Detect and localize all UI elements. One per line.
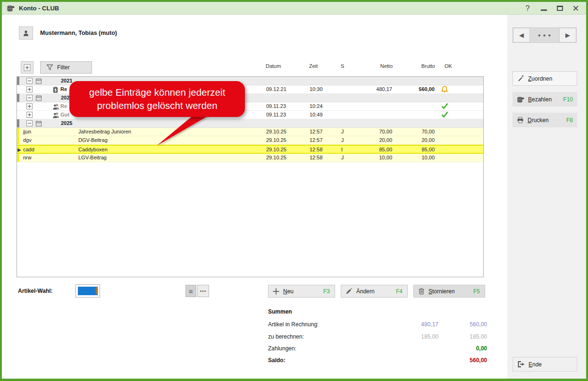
bezahlen-button[interactable]: Bezahlen F10 bbox=[512, 92, 577, 107]
item-code: cadd bbox=[23, 147, 34, 152]
expand-button[interactable] bbox=[26, 103, 33, 109]
next-record-button[interactable]: ▶ bbox=[559, 28, 576, 42]
collapse-button[interactable] bbox=[26, 120, 33, 126]
summen-label: zu berechnen: bbox=[268, 333, 304, 340]
cell-brutto: 85,00 bbox=[421, 147, 435, 152]
table-row[interactable]: jjunJahresbeitrag Junioren29.10.2512:57J… bbox=[17, 128, 483, 136]
stornieren-fkey: F5 bbox=[473, 288, 480, 295]
cell-netto: 85,00 bbox=[379, 147, 392, 152]
cell-datum: 29.10.25 bbox=[266, 147, 286, 152]
close-button[interactable]: ✕ bbox=[569, 3, 582, 14]
neu-button[interactable]: Neu F3 bbox=[268, 285, 335, 298]
summen-row: Saldo: 560,00 bbox=[268, 357, 485, 364]
col-header-datum[interactable]: Datum bbox=[266, 63, 281, 69]
annotation-bubble: gelbe Einträge können jederzeit probleml… bbox=[69, 81, 245, 117]
summen-row: Artikel in Rechnung: 480,17 560,00 bbox=[268, 321, 485, 329]
aendern-fkey: F4 bbox=[396, 288, 403, 295]
stornieren-button[interactable]: Stornieren F5 bbox=[413, 285, 485, 298]
close-icon: ✕ bbox=[572, 3, 579, 14]
bell-icon bbox=[441, 85, 448, 94]
artikel-wahl-label: Artikel-Wahl: bbox=[18, 288, 53, 294]
cell-s: J bbox=[341, 137, 344, 143]
year-group-bar bbox=[17, 77, 19, 85]
summen-value-netto: 480,17 bbox=[421, 321, 438, 328]
coins-icon bbox=[7, 5, 15, 12]
right-panel: ◀ ● ● ● ▶ Zuordnen Bezahlen F10 bbox=[507, 15, 586, 379]
summen-row: Zahlungen: 0,00 bbox=[268, 345, 485, 353]
table-row[interactable]: ▶caddCaddyboxen29.10.2512:58I85,0085,00 bbox=[17, 145, 483, 154]
zuordnen-button[interactable]: Zuordnen bbox=[512, 71, 577, 86]
text-selection bbox=[78, 287, 98, 295]
annotation-bubble-tail bbox=[153, 116, 212, 148]
summen-value-brutto: 560,00 bbox=[470, 357, 487, 364]
col-header-ok[interactable]: OK bbox=[445, 63, 452, 69]
list-icon: ≡ bbox=[189, 287, 193, 295]
cell-netto: 480,17 bbox=[376, 86, 392, 92]
summen-row: zu berechnen: 185,00 185,00 bbox=[268, 333, 485, 341]
yellow-row-strip bbox=[17, 136, 19, 144]
entry-label: Re bbox=[60, 86, 67, 92]
window-title: Konto - CLUB bbox=[19, 5, 59, 12]
table-row[interactable]: dgvDGV-Beitrag29.10.2512:57J20,0020,00 bbox=[17, 136, 483, 145]
cell-zeit: 12:58 bbox=[310, 155, 323, 160]
entry-label: Gut bbox=[60, 112, 69, 117]
list-view-button[interactable]: ≡ bbox=[185, 285, 196, 297]
member-button[interactable] bbox=[19, 26, 33, 40]
cell-s: I bbox=[341, 147, 343, 152]
more-options-button[interactable]: ••• bbox=[197, 285, 209, 297]
artikel-wahl-input[interactable] bbox=[76, 284, 100, 298]
help-icon: ? bbox=[526, 4, 530, 13]
cell-s: J bbox=[341, 129, 344, 134]
expand-button[interactable] bbox=[26, 86, 33, 92]
year-group-bar bbox=[17, 119, 19, 127]
pencil-icon bbox=[345, 288, 353, 295]
collapse-button[interactable] bbox=[26, 95, 33, 101]
maximize-button[interactable] bbox=[553, 3, 566, 14]
ende-button[interactable]: Ende bbox=[512, 357, 577, 372]
neu-fkey: F3 bbox=[323, 288, 330, 295]
item-name: DGV-Beitrag bbox=[78, 137, 108, 143]
cell-zeit: 12:58 bbox=[310, 147, 323, 152]
svg-text:$: $ bbox=[54, 88, 57, 92]
expand-button[interactable] bbox=[26, 112, 33, 118]
table-row[interactable]: 2025 bbox=[17, 119, 483, 128]
summen-title: Summen bbox=[268, 308, 292, 315]
item-name: Jahresbeitrag Junioren bbox=[78, 129, 131, 134]
col-header-netto[interactable]: Netto bbox=[380, 63, 393, 69]
summen-value-brutto: 0,00 bbox=[476, 345, 487, 352]
minimize-icon bbox=[541, 9, 547, 11]
calendar-icon bbox=[35, 120, 42, 128]
arrow-right-icon: ▶ bbox=[565, 32, 570, 39]
ende-label: Ende bbox=[529, 361, 542, 368]
cell-datum: 29.10.25 bbox=[266, 129, 286, 134]
col-header-brutto[interactable]: Brutto bbox=[421, 63, 435, 69]
cell-netto: 20,00 bbox=[379, 137, 392, 143]
summen-label: Artikel in Rechnung: bbox=[268, 321, 319, 328]
bezahlen-fkey: F10 bbox=[563, 96, 573, 103]
cell-zeit: 10:24 bbox=[310, 103, 323, 109]
drucken-button[interactable]: Drucken F8 bbox=[512, 113, 577, 127]
coins-icon bbox=[517, 96, 524, 103]
aendern-button[interactable]: Ändern F4 bbox=[341, 285, 408, 298]
cell-datum: 29.10.25 bbox=[266, 155, 286, 160]
cell-datum: 09.11.23 bbox=[266, 112, 286, 117]
minimize-button[interactable] bbox=[537, 3, 550, 14]
check-icon bbox=[441, 111, 449, 119]
help-button[interactable]: ? bbox=[521, 3, 534, 14]
pager-ellipsis[interactable]: ● ● ● bbox=[530, 28, 559, 42]
drucken-fkey: F8 bbox=[566, 117, 573, 124]
collapse-button[interactable] bbox=[26, 78, 33, 84]
table-row[interactable]: nrwLGV-Beitrag29.10.2512:58J10,0010,00 bbox=[17, 154, 483, 162]
record-pager: ◀ ● ● ● ▶ bbox=[512, 27, 577, 43]
aendern-label: Ändern bbox=[356, 288, 375, 295]
cell-brutto: 560,00 bbox=[419, 86, 435, 92]
cell-brutto: 10,00 bbox=[421, 155, 435, 160]
col-header-zeit[interactable]: Zeit bbox=[309, 63, 318, 69]
prev-record-button[interactable]: ◀ bbox=[513, 28, 530, 42]
col-header-s[interactable]: S bbox=[341, 63, 344, 69]
invoice-icon: $ bbox=[52, 86, 59, 94]
exit-icon bbox=[517, 361, 525, 368]
member-name: Mustermann, Tobias (muto) bbox=[40, 30, 117, 36]
entry-label: Re bbox=[60, 103, 67, 109]
year-group-bar bbox=[17, 94, 19, 102]
